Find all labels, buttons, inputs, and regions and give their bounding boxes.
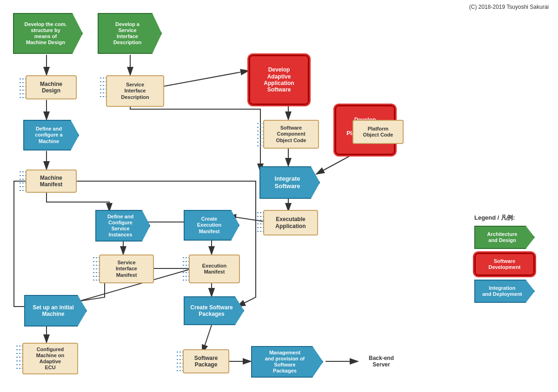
legend-item-architecture: Architecture and Design xyxy=(474,226,549,249)
legend-title: Legend / 凡例: xyxy=(474,214,549,222)
legend-item-integration: Integration and Deployment xyxy=(474,280,549,303)
backend-server-node: Back-end Server xyxy=(358,352,405,371)
diagram-container: (C) 2018-2019 Tsuyoshi Sakurai xyxy=(0,0,558,392)
define-configure-machine-node: Define and configure a Machine xyxy=(23,120,79,150)
svg-line-16 xyxy=(202,325,212,353)
executable-application-node: Executable Application xyxy=(263,210,318,235)
legend: Legend / 凡例: Architecture and Design Sof… xyxy=(474,214,549,307)
management-provision-node: Management and provision of Software Pac… xyxy=(251,346,323,378)
develop-service-interface-node: Develop a Service Interface Description xyxy=(98,13,162,54)
create-execution-manifest-node: Create Execution Manifest xyxy=(184,210,239,241)
execution-manifest-node: Execution Manifest xyxy=(189,255,240,283)
svg-line-6 xyxy=(158,71,249,87)
machine-design-node: Machine Design xyxy=(26,75,77,99)
service-interface-manifest-node: Service Interface Manifest xyxy=(99,255,154,283)
configured-machine-node: Configured Machine on Adaptive ECU xyxy=(22,343,78,374)
develop-adaptive-app-node: Develop Adaptive Application Software xyxy=(249,55,309,105)
set-up-initial-machine-node: Set up an initial Machine xyxy=(24,295,87,327)
service-interface-description-node: Service Interface Description xyxy=(106,75,164,107)
legend-item-software-dev: Software Development xyxy=(474,253,549,276)
integrate-software-node: Integrate Software xyxy=(259,166,320,199)
define-configure-service-node: Define and Configure Service Instances xyxy=(95,210,150,242)
create-software-packages-node: Create Software Packages xyxy=(184,296,244,325)
platform-object-code-node: Platform Object Code xyxy=(352,120,404,144)
develop-com-structure-node: Develop the com. structure by means of M… xyxy=(13,13,83,54)
software-package-node: Software Package xyxy=(183,349,229,373)
machine-manifest-node: Machine Manifest xyxy=(26,170,77,193)
copyright-text: (C) 2018-2019 Tsuyoshi Sakurai xyxy=(469,4,549,10)
software-component-object-code-node: Software Component Object Code xyxy=(263,120,319,149)
